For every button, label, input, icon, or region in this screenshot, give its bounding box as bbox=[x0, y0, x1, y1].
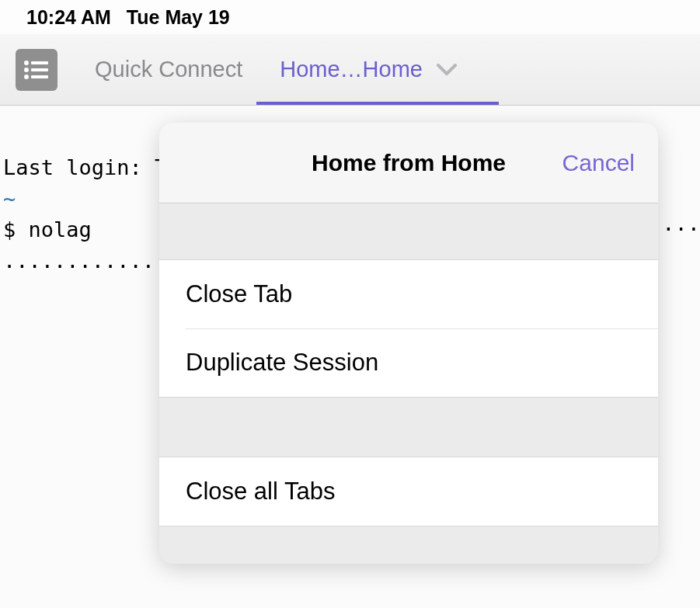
status-date: Tue May 19 bbox=[127, 6, 230, 29]
svg-rect-3 bbox=[31, 68, 48, 71]
popover-header: Home from Home Cancel bbox=[159, 123, 658, 203]
tab-home[interactable]: Home…Home bbox=[280, 34, 457, 105]
terminal-prompt-tilde: ~ bbox=[3, 186, 16, 210]
svg-point-0 bbox=[24, 61, 29, 65]
status-time: 10:24 AM bbox=[26, 6, 111, 29]
terminal-line: $ nolag bbox=[3, 217, 92, 241]
svg-point-4 bbox=[24, 75, 29, 79]
close-tab-item[interactable]: Close Tab bbox=[159, 260, 658, 328]
terminal-line: Last login: T bbox=[3, 155, 167, 179]
duplicate-session-item[interactable]: Duplicate Session bbox=[159, 328, 658, 397]
svg-rect-1 bbox=[31, 61, 48, 64]
svg-rect-5 bbox=[31, 75, 48, 78]
popover-group-2: Close all Tabs bbox=[159, 457, 658, 526]
tab-label: Home…Home bbox=[280, 57, 423, 82]
menu-button[interactable] bbox=[16, 49, 57, 91]
chevron-down-icon bbox=[437, 64, 457, 76]
popover-spacer bbox=[159, 398, 658, 457]
tab-bar: Quick Connect Home…Home bbox=[0, 34, 700, 106]
cancel-button[interactable]: Cancel bbox=[562, 123, 635, 203]
tab-label: Quick Connect bbox=[95, 57, 242, 82]
popover-group-1: Close Tab Duplicate Session bbox=[159, 259, 658, 398]
close-all-tabs-item[interactable]: Close all Tabs bbox=[159, 457, 658, 526]
svg-point-2 bbox=[24, 68, 29, 72]
status-bar: 10:24 AM Tue May 19 bbox=[0, 0, 700, 34]
popover-footer bbox=[159, 526, 658, 564]
popover-spacer bbox=[159, 203, 658, 259]
tab-context-popover: Home from Home Cancel Close Tab Duplicat… bbox=[159, 123, 658, 564]
tab-quick-connect[interactable]: Quick Connect bbox=[95, 34, 242, 105]
list-icon bbox=[23, 60, 50, 80]
popover-title: Home from Home bbox=[312, 150, 506, 176]
